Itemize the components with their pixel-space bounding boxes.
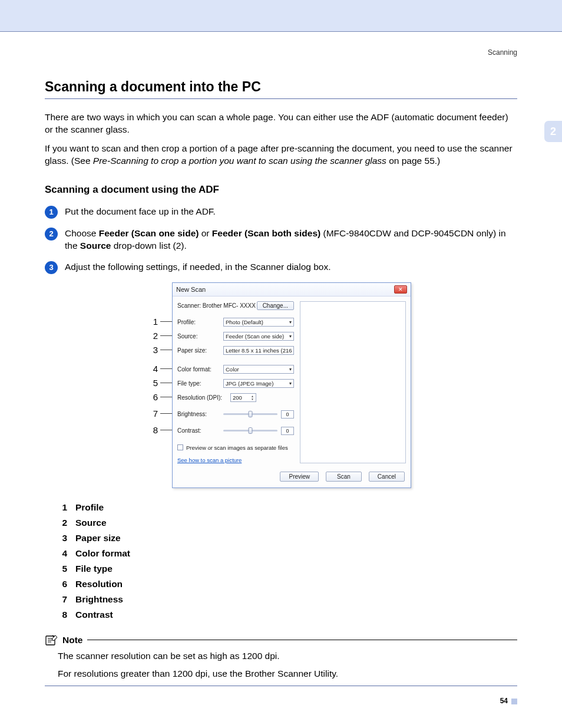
section-heading: Scanning a document using the ADF — [45, 184, 517, 196]
contrast-slider[interactable] — [223, 430, 277, 431]
callout-8: 8 — [151, 425, 158, 435]
page-number-text: 54 — [500, 697, 508, 705]
scan-button[interactable]: Scan — [326, 472, 362, 482]
legend-num: 1 — [60, 502, 67, 513]
dialog-title-text: New Scan — [176, 286, 206, 293]
note-icon — [45, 634, 58, 646]
page-title: Scanning a document into the PC — [45, 79, 517, 95]
legend-num: 7 — [60, 594, 67, 605]
page-number-accent — [511, 699, 517, 704]
slider-thumb-icon — [249, 427, 253, 434]
legend-text: Contrast — [75, 610, 113, 620]
brightness-label: Brightness: — [177, 411, 220, 417]
color-format-label: Color format: — [177, 366, 220, 373]
callout-7: 7 — [151, 409, 158, 419]
brightness-value[interactable]: 0 — [281, 410, 294, 419]
chevron-down-icon: ▾ — [289, 319, 292, 325]
legend-text: Brightness — [75, 594, 123, 605]
color-format-value: Color — [226, 366, 239, 373]
callout-4: 4 — [151, 364, 158, 374]
step-3: 3 Adjust the following settings, if need… — [45, 261, 517, 274]
legend-num: 5 — [60, 564, 67, 574]
preview-button[interactable]: Preview — [280, 472, 319, 482]
running-header: Scanning — [45, 48, 517, 57]
spinner-icon: ▲▼ — [251, 395, 254, 401]
intro2-part-b: on page 55.) — [386, 156, 440, 166]
step-2: 2 Choose Feeder (Scan one side) or Feede… — [45, 227, 517, 252]
step2-bold1: Feeder (Scan one side) — [99, 228, 199, 238]
step-1: 1 Put the document face up in the ADF. — [45, 205, 517, 219]
note-title: Note — [62, 635, 82, 645]
note-line-2: For resolutions greater than 1200 dpi, u… — [58, 667, 517, 680]
legend-text: Color format — [75, 548, 130, 559]
step-1-text: Put the document face up in the ADF. — [65, 205, 517, 218]
dialog-titlebar: New Scan ✕ — [173, 283, 411, 297]
legend-num: 2 — [60, 518, 67, 528]
step2-bold2: Feeder (Scan both sides) — [212, 228, 320, 238]
profile-dropdown[interactable]: Photo (Default)▾ — [223, 318, 294, 327]
step2-d: drop-down list (2). — [111, 241, 186, 251]
note-line-1: The scanner resolution can be set as hig… — [58, 650, 517, 663]
step2-mid: or — [199, 228, 211, 238]
cancel-button[interactable]: Cancel — [369, 472, 405, 482]
resolution-stepper[interactable]: 200 ▲▼ — [230, 393, 256, 402]
paper-size-value: Letter 8.5 x 11 inches (216 x 279 m... — [226, 347, 294, 354]
intro2-italic: Pre-Scanning to crop a portion you want … — [93, 156, 386, 166]
top-band — [0, 0, 562, 32]
chevron-down-icon: ▾ — [289, 334, 292, 339]
change-button[interactable]: Change... — [257, 301, 294, 310]
page-number: 54 — [500, 697, 517, 705]
preview-pane — [300, 301, 406, 463]
file-type-value: JPG (JPEG Image) — [226, 380, 273, 387]
resolution-value: 200 — [233, 394, 242, 401]
note-end-rule — [45, 686, 517, 686]
contrast-label: Contrast: — [177, 427, 220, 434]
callout-6: 6 — [151, 392, 158, 402]
callout-column: 1 2 3 4 5 6 7 8 — [151, 282, 172, 471]
source-dropdown[interactable]: Feeder (Scan one side)▾ — [223, 332, 294, 341]
page-body: Scanning 2 Scanning a document into the … — [0, 32, 562, 716]
source-label: Source: — [177, 333, 220, 340]
intro-paragraph-2: If you want to scan and then crop a port… — [45, 142, 517, 167]
profile-label: Profile: — [177, 319, 220, 325]
intro-paragraph-1: There are two ways in which you can scan… — [45, 111, 517, 136]
file-type-label: File type: — [177, 380, 220, 387]
source-value: Feeder (Scan one side) — [226, 333, 284, 340]
paper-size-dropdown[interactable]: Letter 8.5 x 11 inches (216 x 279 m...▾ — [223, 346, 294, 355]
color-format-dropdown[interactable]: Color▾ — [223, 365, 294, 374]
profile-value: Photo (Default) — [226, 319, 263, 325]
chevron-down-icon: ▾ — [289, 381, 292, 386]
resolution-label: Resolution (DPI): — [177, 394, 227, 401]
paper-size-label: Paper size: — [177, 347, 220, 354]
file-type-dropdown[interactable]: JPG (JPEG Image)▾ — [223, 379, 294, 388]
callout-3: 3 — [151, 345, 158, 355]
step-bullet-2: 2 — [45, 228, 58, 241]
step-bullet-3: 3 — [45, 261, 58, 274]
step-3-text: Adjust the following settings, if needed… — [65, 261, 517, 274]
dialog-left-panel: Scanner: Brother MFC- XXXX Change... Pro… — [177, 301, 294, 463]
contrast-value[interactable]: 0 — [281, 427, 294, 435]
separate-files-checkbox[interactable] — [177, 444, 183, 450]
slider-thumb-icon — [249, 411, 253, 417]
callout-2: 2 — [151, 331, 158, 341]
title-rule — [45, 98, 517, 99]
legend-text: Source — [75, 518, 107, 528]
chapter-tab: 2 — [544, 121, 562, 142]
callout-5: 5 — [151, 378, 158, 388]
scanner-label: Scanner: Brother MFC- XXXX — [177, 302, 256, 309]
legend-num: 4 — [60, 548, 67, 559]
separate-files-label: Preview or scan images as separate files — [186, 444, 288, 451]
legend-num: 6 — [60, 579, 67, 589]
callout-1: 1 — [151, 317, 158, 327]
new-scan-dialog: New Scan ✕ Scanner: Brother MFC- XXXX Ch… — [172, 282, 411, 488]
legend-num: 3 — [60, 533, 67, 543]
help-link[interactable]: See how to scan a picture — [177, 457, 294, 463]
step-2-text: Choose Feeder (Scan one side) or Feeder … — [65, 227, 517, 252]
legend-text: Profile — [75, 502, 104, 513]
note-block: Note The scanner resolution can be set a… — [45, 634, 517, 686]
step2-a: Choose — [65, 228, 99, 238]
brightness-slider[interactable] — [223, 413, 277, 415]
close-icon[interactable]: ✕ — [394, 285, 407, 294]
legend-text: Paper size — [75, 533, 121, 543]
dialog-figure: 1 2 3 4 5 6 7 8 New Scan ✕ Scanner: Brot… — [45, 282, 517, 488]
